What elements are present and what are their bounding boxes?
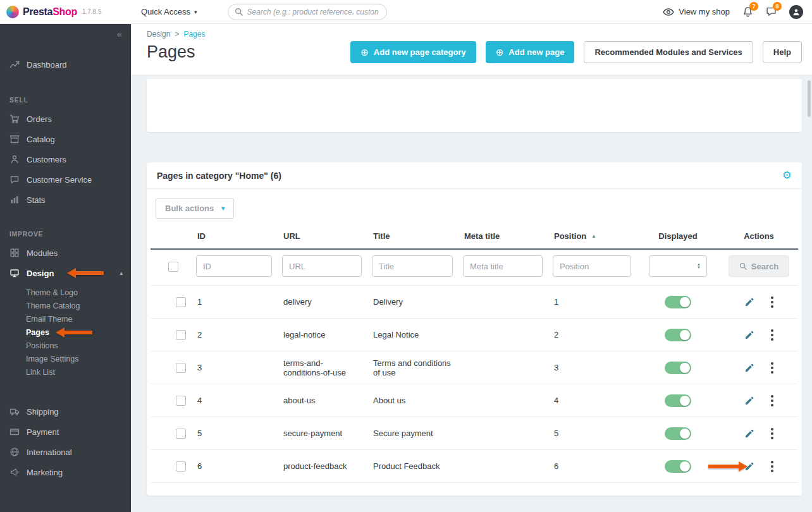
sidebar-item-catalog[interactable]: Catalog <box>0 129 131 149</box>
filter-displayed-select[interactable]: ▲ ▼ <box>649 255 707 277</box>
table-header-row: ID URL Title Meta title Position ▲ Displ… <box>151 225 798 249</box>
add-new-page-button[interactable]: ⊕ Add new page <box>486 41 575 63</box>
edit-button[interactable] <box>744 363 754 373</box>
messages-badge: 8 <box>773 2 782 11</box>
help-button[interactable]: Help <box>763 41 802 63</box>
row-checkbox[interactable] <box>176 330 186 340</box>
annotation-arrow-design <box>67 268 104 278</box>
global-search-input[interactable] <box>247 8 380 16</box>
edit-button[interactable] <box>744 429 754 439</box>
messages-button[interactable]: 8 <box>766 6 777 17</box>
vertical-scrollbar[interactable] <box>808 80 811 117</box>
edit-button[interactable] <box>744 461 754 472</box>
plus-circle-icon: ⊕ <box>496 47 504 57</box>
sidebar-item-design[interactable]: Design ▴ <box>0 263 131 283</box>
version-label: 1.7.8.5 <box>82 8 102 15</box>
row-menu-button[interactable] <box>771 428 773 439</box>
person-icon <box>9 154 20 164</box>
displayed-toggle[interactable] <box>665 362 691 374</box>
sidebar-collapse-button[interactable]: « <box>0 24 131 43</box>
row-checkbox[interactable] <box>176 429 186 439</box>
sidebar-item-international[interactable]: International <box>0 442 131 462</box>
breadcrumb-pages[interactable]: Pages <box>183 30 205 39</box>
cell-id: 6 <box>191 450 277 483</box>
column-header-id[interactable]: ID <box>191 225 277 249</box>
credit-card-icon <box>9 427 20 437</box>
sort-ascending-icon: ▲ <box>591 233 596 239</box>
row-menu-button[interactable] <box>771 296 773 308</box>
column-header-meta-title[interactable]: Meta title <box>458 225 548 249</box>
filter-meta-title-input[interactable] <box>463 255 543 277</box>
sidebar-item-stats[interactable]: Stats <box>0 190 131 210</box>
cell-meta-title <box>458 450 548 483</box>
sidebar-item-modules[interactable]: Modules <box>0 243 131 263</box>
filter-id-input[interactable] <box>196 255 272 277</box>
global-search-box[interactable] <box>228 4 387 20</box>
select-all-checkbox[interactable] <box>168 262 178 272</box>
cell-position: 2 <box>548 319 636 351</box>
row-menu-button[interactable] <box>771 395 773 406</box>
bulk-actions-button[interactable]: Bulk actions ▾ <box>156 198 234 219</box>
user-avatar[interactable] <box>789 5 803 19</box>
sidebar-subitem-positions[interactable]: Positions <box>0 339 131 352</box>
notifications-bell-button[interactable]: 7 <box>742 6 753 17</box>
filter-url-input[interactable] <box>282 255 362 277</box>
content-area: Pages in category "Home" (6) ⚙ Bulk acti… <box>131 75 812 496</box>
eye-icon <box>663 8 674 16</box>
cell-title: Terms and conditions of use <box>367 351 458 384</box>
quick-access-dropdown[interactable]: Quick Access ▾ <box>141 7 197 16</box>
sidebar-item-customers[interactable]: Customers <box>0 149 131 169</box>
column-header-url[interactable]: URL <box>277 225 367 249</box>
select-arrows-icon: ▲ ▼ <box>697 263 701 269</box>
filter-title-input[interactable] <box>372 255 453 277</box>
chevron-up-icon: ▴ <box>120 270 131 276</box>
sidebar-item-dashboard[interactable]: Dashboard <box>0 53 131 76</box>
row-menu-button[interactable] <box>771 329 773 341</box>
sidebar-subitem-link-list[interactable]: Link List <box>0 365 131 379</box>
toggle-knob <box>680 461 690 472</box>
column-header-title[interactable]: Title <box>367 225 458 249</box>
panel-title: Pages in category "Home" (6) <box>157 171 281 181</box>
filter-position-input[interactable] <box>553 255 631 277</box>
gear-icon[interactable]: ⚙ <box>782 170 792 181</box>
view-my-shop-link[interactable]: View my shop <box>663 7 730 16</box>
monitor-icon <box>9 268 20 278</box>
sidebar-item-marketing[interactable]: Marketing <box>0 462 131 482</box>
sidebar-item-customer-service[interactable]: Customer Service <box>0 169 131 190</box>
row-checkbox[interactable] <box>176 461 186 472</box>
edit-button[interactable] <box>744 297 754 307</box>
sidebar-subitem-image-settings[interactable]: Image Settings <box>0 352 131 365</box>
edit-button[interactable] <box>744 330 754 340</box>
kebab-icon <box>771 395 773 406</box>
prestashop-logo[interactable]: PrestaShop 1.7.8.5 <box>0 6 131 18</box>
sidebar-subitem-theme-catalog[interactable]: Theme Catalog <box>0 299 131 312</box>
bell-badge: 7 <box>749 2 758 11</box>
search-icon <box>739 262 747 270</box>
row-checkbox[interactable] <box>176 396 186 406</box>
sidebar-subitem-email-theme[interactable]: Email Theme <box>0 312 131 326</box>
displayed-toggle[interactable] <box>665 460 691 473</box>
row-menu-button[interactable] <box>771 362 773 374</box>
displayed-toggle[interactable] <box>665 394 691 407</box>
sidebar-subitem-theme-logo[interactable]: Theme & Logo <box>0 286 131 299</box>
row-checkbox[interactable] <box>176 363 186 373</box>
add-new-page-category-button[interactable]: ⊕ Add new page category <box>350 41 476 63</box>
recommended-modules-button[interactable]: Recommended Modules and Services <box>584 41 753 63</box>
displayed-toggle[interactable] <box>665 329 691 341</box>
sidebar-item-orders[interactable]: Orders <box>0 109 131 129</box>
breadcrumb-design[interactable]: Design <box>147 30 170 39</box>
cell-id: 2 <box>191 319 277 351</box>
sidebar-item-payment[interactable]: Payment <box>0 422 131 442</box>
row-menu-button[interactable] <box>771 461 773 472</box>
search-filter-button[interactable]: Search <box>729 255 789 277</box>
row-checkbox[interactable] <box>176 297 186 307</box>
displayed-toggle[interactable] <box>665 427 691 440</box>
cart-icon <box>9 114 20 124</box>
column-header-position[interactable]: Position ▲ <box>548 225 636 249</box>
store-icon <box>9 134 20 144</box>
table-row: 6 product-feedback Product Feedback 6 <box>151 450 798 483</box>
sidebar-item-shipping[interactable]: Shipping <box>0 401 131 422</box>
sidebar-subitem-pages[interactable]: Pages <box>0 326 131 339</box>
displayed-toggle[interactable] <box>665 296 691 308</box>
edit-button[interactable] <box>744 396 754 406</box>
